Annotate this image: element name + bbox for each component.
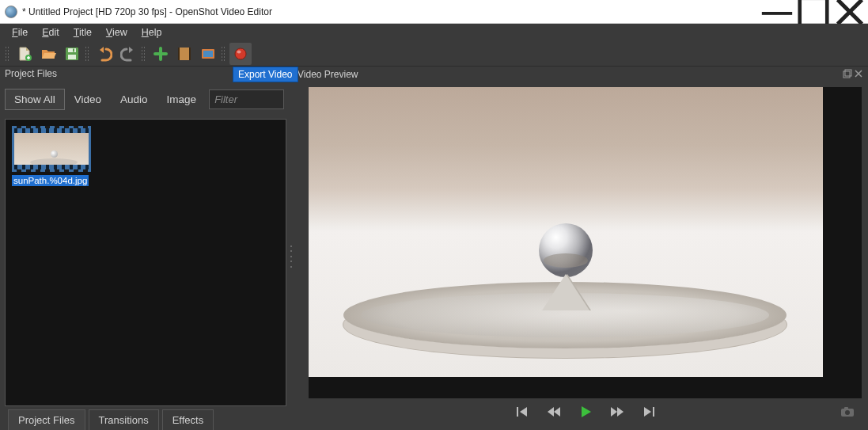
- svg-point-21: [237, 50, 241, 53]
- app-icon: [5, 6, 17, 18]
- svg-rect-24: [517, 407, 518, 417]
- maximize-button[interactable]: [795, 0, 832, 23]
- window-controls: [759, 0, 868, 23]
- file-thumbnail[interactable]: [12, 126, 91, 172]
- preview-image: [309, 87, 823, 377]
- file-label[interactable]: sunPath.%04d.jpg: [12, 175, 89, 186]
- menu-help[interactable]: Help: [135, 25, 169, 40]
- menu-bar: File Edit Title View Help: [0, 24, 868, 41]
- menu-edit[interactable]: Edit: [35, 25, 66, 40]
- toolbar: Export Video: [0, 41, 868, 67]
- svg-rect-18: [203, 51, 213, 57]
- playback-controls: [309, 398, 862, 425]
- close-button[interactable]: [832, 0, 868, 23]
- project-files-panel: Show All Video Audio Image sunPath.%04d.…: [0, 82, 293, 430]
- play-button[interactable]: [576, 402, 595, 421]
- file-filter-row: Show All Video Audio Image: [5, 87, 286, 111]
- svg-rect-23: [845, 70, 851, 76]
- svg-rect-0: [762, 12, 792, 15]
- svg-rect-6: [73, 48, 74, 51]
- filter-input[interactable]: [209, 89, 284, 109]
- tab-transitions[interactable]: Transitions: [89, 409, 159, 430]
- snapshot-button[interactable]: [838, 402, 857, 421]
- svg-rect-10: [178, 51, 180, 53]
- fullscreen-button[interactable]: [197, 43, 219, 65]
- menu-view[interactable]: View: [99, 25, 135, 40]
- svg-rect-22: [843, 71, 850, 78]
- svg-point-27: [845, 410, 850, 415]
- svg-rect-12: [178, 58, 180, 59]
- main-area: Show All Video Audio Image sunPath.%04d.…: [0, 82, 868, 430]
- export-video-button[interactable]: Export Video: [229, 43, 252, 65]
- filter-audio[interactable]: Audio: [111, 89, 157, 110]
- menu-file[interactable]: File: [5, 25, 35, 40]
- svg-rect-28: [844, 407, 848, 409]
- left-panel-tabs: Project Files Transitions Effects: [5, 406, 286, 430]
- menu-title[interactable]: Title: [66, 25, 99, 40]
- toolbar-grip-2[interactable]: [85, 46, 89, 62]
- svg-rect-1: [800, 0, 828, 25]
- window-titlebar: * Untitled Project [HD 720p 30 fps] - Op…: [0, 0, 868, 24]
- tab-project-files[interactable]: Project Files: [8, 409, 85, 430]
- rewind-button[interactable]: [544, 402, 563, 421]
- toolbar-grip[interactable]: [5, 46, 9, 62]
- filter-video[interactable]: Video: [65, 89, 111, 110]
- toolbar-grip-3[interactable]: [141, 46, 145, 62]
- choose-profile-button[interactable]: [173, 43, 195, 65]
- svg-rect-4: [68, 48, 76, 52]
- project-file-list[interactable]: sunPath.%04d.jpg: [5, 119, 286, 406]
- panels-header: Project Files Video Preview: [0, 67, 868, 82]
- redo-button[interactable]: [117, 43, 139, 65]
- svg-rect-13: [189, 48, 191, 50]
- open-project-button[interactable]: [37, 43, 59, 65]
- new-project-button[interactable]: [13, 43, 36, 65]
- jump-end-button[interactable]: [639, 402, 658, 421]
- fast-forward-button[interactable]: [608, 402, 627, 421]
- import-files-button[interactable]: [150, 43, 172, 65]
- undock-panel-button[interactable]: [843, 67, 852, 82]
- svg-rect-16: [189, 58, 191, 59]
- video-preview-panel: [293, 82, 868, 430]
- undo-button[interactable]: [93, 43, 116, 65]
- file-item[interactable]: sunPath.%04d.jpg: [12, 126, 91, 187]
- svg-rect-15: [189, 55, 191, 56]
- svg-rect-11: [178, 55, 180, 56]
- svg-rect-5: [68, 55, 76, 59]
- minimize-button[interactable]: [759, 0, 795, 23]
- toolbar-grip-4[interactable]: [221, 46, 225, 62]
- jump-start-button[interactable]: [513, 402, 532, 421]
- svg-rect-8: [180, 48, 189, 60]
- svg-rect-14: [189, 51, 191, 53]
- panel-splitter[interactable]: [290, 245, 293, 268]
- tab-effects[interactable]: Effects: [162, 409, 214, 430]
- preview-canvas[interactable]: [309, 87, 862, 398]
- save-project-button[interactable]: [61, 43, 83, 65]
- svg-rect-25: [653, 407, 654, 417]
- filter-image[interactable]: Image: [157, 89, 207, 110]
- export-video-tooltip: Export Video: [233, 67, 298, 82]
- filter-show-all[interactable]: Show All: [5, 89, 65, 110]
- close-panel-button[interactable]: [854, 67, 863, 82]
- video-preview-panel-title: Video Preview: [293, 67, 363, 82]
- svg-rect-9: [178, 48, 180, 50]
- window-title: * Untitled Project [HD 720p 30 fps] - Op…: [22, 6, 759, 17]
